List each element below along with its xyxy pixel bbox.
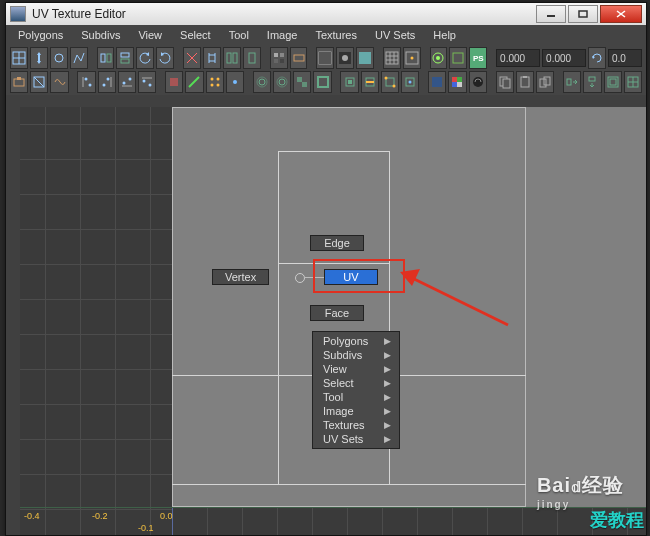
svg-rect-88 [521,77,529,87]
chevron-right-icon: ▶ [384,420,391,430]
menu-help[interactable]: Help [425,27,464,43]
chevron-right-icon: ▶ [384,434,391,444]
menu-polygons[interactable]: Polygons [10,27,71,43]
tool-unfold[interactable] [30,71,48,93]
tool-dim-image[interactable] [336,47,354,69]
tool-refresh[interactable] [588,47,606,69]
watermark-site: 爱教程 [590,508,644,532]
svg-rect-70 [318,77,328,87]
tool-paste-uv[interactable] [516,71,534,93]
rot-value-field[interactable] [608,49,642,67]
ruler-left [6,107,21,535]
tool-uv-lattice[interactable] [10,47,28,69]
tool-toggle-grid[interactable] [383,47,401,69]
tool-sel-edge[interactable] [185,71,203,93]
tool-convert-uv[interactable] [401,71,419,93]
tool-smudge-uv[interactable] [50,47,68,69]
menu-view[interactable]: View [130,27,170,43]
tool-baked[interactable] [469,71,487,93]
menu-textures[interactable]: Textures [307,27,365,43]
tool-texture-view[interactable] [428,71,446,93]
marking-menu-face[interactable]: Face [310,305,364,321]
tool-display-image[interactable] [316,47,334,69]
tool-shrink[interactable] [273,71,291,93]
svg-rect-9 [107,54,111,62]
svg-rect-91 [544,77,550,85]
uv-canvas[interactable]: Edge Vertex UV Face Polygons▶ Subdivs▶ V… [20,107,646,535]
tool-split-uv[interactable] [223,47,241,69]
tool-cycle-u[interactable] [563,71,581,93]
tool-sel-uv[interactable] [226,71,244,93]
tool-edge-color[interactable] [449,47,467,69]
tool-convert-face[interactable] [340,71,358,93]
menu-uvsets[interactable]: UV Sets [367,27,423,43]
ctx-item-polygons[interactable]: Polygons▶ [313,334,399,348]
tool-sel-face[interactable] [165,71,183,93]
tool-align-u-max[interactable] [98,71,116,93]
tool-relax[interactable] [50,71,68,93]
tool-flip-v[interactable] [116,47,134,69]
minimize-button[interactable] [536,5,566,23]
menu-select[interactable]: Select [172,27,219,43]
tool-planar[interactable] [290,47,308,69]
tool-unitize[interactable] [624,71,642,93]
close-icon [616,10,626,18]
tool-duplicate[interactable] [536,71,554,93]
svg-rect-11 [121,59,129,63]
grid-neg-v [172,507,646,535]
tool-shaded[interactable] [356,47,374,69]
tool-sew-uv[interactable] [203,47,221,69]
tool-align-u-min[interactable] [77,71,95,93]
tool-border[interactable] [313,71,331,93]
maximize-button[interactable] [568,5,598,23]
u-value-field[interactable] [496,49,540,67]
menu-image[interactable]: Image [259,27,306,43]
tool-grow[interactable] [253,71,271,93]
svg-rect-93 [589,77,595,81]
menu-tool[interactable]: Tool [221,27,257,43]
tool-ps-link[interactable]: PS [469,47,487,69]
tool-convert-vert[interactable] [381,71,399,93]
v-value-field[interactable] [542,49,586,67]
tool-align-v-max[interactable] [138,71,156,93]
tool-select-shortest[interactable] [70,47,88,69]
tool-move-uv[interactable] [30,47,48,69]
tool-isolate[interactable] [430,47,448,69]
tick-x-1: -0.2 [92,511,108,521]
ctx-item-uvsets[interactable]: UV Sets▶ [313,432,399,446]
tool-layout[interactable] [270,47,288,69]
tool-cycle-v[interactable] [583,71,601,93]
svg-rect-57 [170,78,178,86]
tool-convert-edge[interactable] [361,71,379,93]
tool-rotate-cw[interactable] [156,47,174,69]
marking-menu-vertex[interactable]: Vertex [212,269,269,285]
tool-copy-uv[interactable] [496,71,514,93]
tick-x-0: -0.4 [24,511,40,521]
minimize-icon [546,10,556,18]
tool-sel-vertex[interactable] [206,71,224,93]
ctx-item-textures[interactable]: Textures▶ [313,418,399,432]
tool-cut-uv[interactable] [183,47,201,69]
ctx-item-subdivs[interactable]: Subdivs▶ [313,348,399,362]
tool-shell[interactable] [293,71,311,93]
svg-rect-40 [453,53,463,63]
marking-menu-edge[interactable]: Edge [310,235,364,251]
tool-rotate-ccw[interactable] [136,47,154,69]
annotation-arrow [398,245,518,335]
ctx-item-tool[interactable]: Tool▶ [313,390,399,404]
close-button[interactable] [600,5,642,23]
tool-normalize[interactable] [604,71,622,93]
ctx-item-view[interactable]: View▶ [313,362,399,376]
toolbars: PS [6,45,646,96]
tool-px-snap[interactable] [403,47,421,69]
ctx-item-image[interactable]: Image▶ [313,404,399,418]
menu-subdivs[interactable]: Subdivs [73,27,128,43]
tool-move-sew[interactable] [243,47,261,69]
tool-flip-u[interactable] [97,47,115,69]
tool-uv-snapshot[interactable] [10,71,28,93]
svg-rect-31 [386,52,398,64]
tool-rgba[interactable] [448,71,466,93]
tool-align-v-min[interactable] [118,71,136,93]
ctx-item-select[interactable]: Select▶ [313,376,399,390]
smudge-icon [52,51,66,65]
